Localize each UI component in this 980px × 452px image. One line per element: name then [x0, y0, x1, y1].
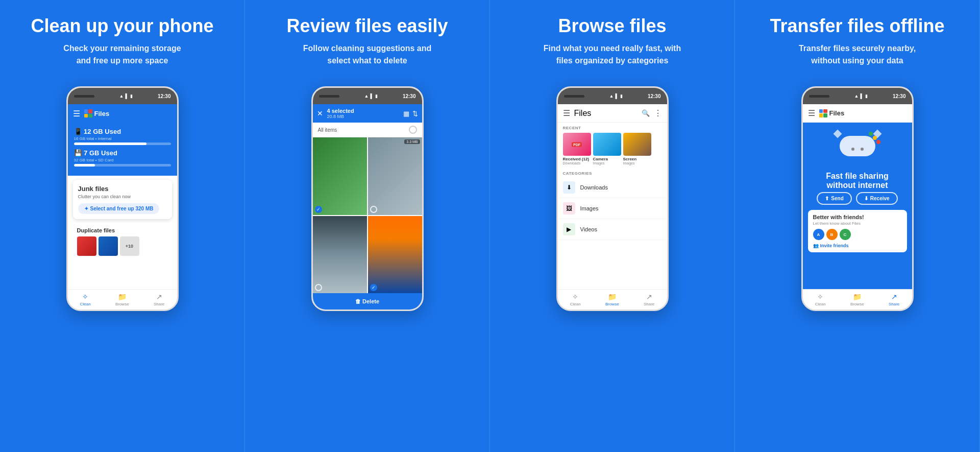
cat-videos[interactable]: ▶ Videos [558, 219, 667, 240]
signal-icon: ▌ [125, 93, 128, 99]
phone-3-status: ▲ ▌ ▮ [609, 93, 623, 99]
photo-cell-1[interactable]: ✓ [313, 137, 367, 215]
phone-4-status: ▲ ▌ ▮ [854, 93, 868, 99]
recent-item-3[interactable]: Screen Images [623, 133, 651, 165]
section-review: Review files easily Follow cleaning sugg… [245, 0, 490, 452]
selection-bar: ✕ 4 selected 20.8 MB ▦ ⇅ [313, 104, 422, 123]
logo-square-4 [819, 109, 827, 117]
phone-3-wrapper: ▲ ▌ ▮ 12:30 ☰ Files 🔍 [556, 86, 669, 311]
receive-icon: ⬇ [864, 196, 868, 201]
share-icon-3: ↗ [646, 293, 652, 301]
signal-icon-4: ▌ [860, 93, 863, 99]
phone-4: ▲ ▌ ▮ 12:30 ☰ Files [801, 86, 914, 311]
nav-browse-4[interactable]: 📁 Browse [850, 293, 864, 306]
dot-green [869, 132, 873, 136]
phone-1-wrapper: ▲ ▌ ▮ 12:30 ☰ Files [66, 86, 179, 311]
phone-2-status: ▲ ▌ ▮ [364, 93, 378, 99]
search-icon-3[interactable]: 🔍 [642, 109, 650, 117]
pdf-badge: PDF [572, 142, 582, 147]
cat-images[interactable]: 🖼 Images [558, 198, 667, 219]
send-button[interactable]: ⬆ Send [817, 192, 851, 205]
receive-button[interactable]: ⬇ Receive [856, 192, 898, 205]
nav-browse-label-4: Browse [850, 302, 864, 306]
delete-label: 🗑 Delete [355, 298, 379, 304]
check-1: ✓ [315, 206, 322, 213]
junk-card-sub: Clutter you can clean now [78, 194, 167, 199]
invite-label: Invite friends [820, 243, 849, 248]
duplicate-title: Duplicate files [77, 227, 168, 233]
storage-bar-fill-internal [74, 142, 147, 145]
sel-icons: ▦ ⇅ [403, 110, 418, 117]
recent-item-2[interactable]: Camera Images [593, 133, 621, 165]
nav-share-3[interactable]: ↗ Share [644, 293, 654, 306]
section-1-title: Clean up your phone [31, 15, 213, 36]
storage-bar-bg-sd [74, 164, 171, 166]
circle-check[interactable] [409, 126, 417, 134]
section-3-subtitle: Find what you need really fast, withfile… [544, 42, 681, 67]
dot-red [876, 140, 880, 144]
recent-thumb-3 [623, 133, 651, 156]
storage-sub-sd: 32 GB total • SD Card [74, 158, 171, 162]
recent-sublabel-2: Images [593, 161, 621, 165]
phone-3-content: RECENT PDF Received (12) Downloads Camer… [558, 123, 667, 310]
check-outline-2 [370, 206, 377, 213]
dup-thumb-1 [77, 236, 96, 256]
status-icons: ▲ ▌ ▮ [119, 93, 133, 99]
filter-icon[interactable]: ⇅ [412, 110, 418, 117]
junk-free-button[interactable]: ✦ Select and free up 320 MB [78, 203, 160, 214]
phone-3-top-bar: ▲ ▌ ▮ 12:30 [558, 88, 667, 104]
logo-tr-4 [823, 109, 827, 113]
delete-bar[interactable]: 🗑 Delete [313, 293, 422, 310]
junk-card-title: Junk files [78, 185, 167, 193]
section-1-subtitle: Check your remaining storageand free up … [63, 42, 181, 67]
phone-1-content: 📱 12 GB Used 16 GB total • Internal 💾 7 … [68, 123, 177, 310]
nav-browse[interactable]: 📁 Browse [115, 293, 129, 306]
photo-cell-4[interactable]: ✓ [368, 216, 422, 294]
menu-icon-4[interactable]: ☰ [808, 108, 815, 118]
nav-share[interactable]: ↗ Share [154, 293, 164, 306]
selection-count: 4 selected 20.8 MB [327, 108, 399, 119]
section-3-title: Browse files [558, 15, 666, 36]
transfer-btns: ⬆ Send ⬇ Receive [817, 192, 897, 205]
photo-cell-3[interactable] [313, 216, 367, 294]
battery-icon: ▮ [130, 93, 133, 99]
signal-icon-2: ▌ [370, 93, 373, 99]
transfer-content: Fast file sharingwithout internet ⬆ Send… [803, 123, 912, 289]
menu-icon[interactable]: ☰ [73, 109, 80, 118]
logo-tl [84, 109, 88, 113]
nav-browse-label-3: Browse [605, 302, 619, 306]
bottom-nav-3: ✧ Clean 📁 Browse ↗ Share [558, 289, 667, 310]
nav-browse-3[interactable]: 📁 Browse [605, 293, 619, 306]
battery-icon-4: ▮ [865, 93, 868, 99]
receive-label: Receive [870, 196, 890, 201]
browse-app-bar: ☰ Files 🔍 ⋮ [558, 104, 667, 123]
section-clean: Clean up your phone Check your remaining… [0, 0, 245, 452]
more-icon-3[interactable]: ⋮ [654, 108, 662, 118]
nav-clean-4[interactable]: ✧ Clean [815, 293, 826, 306]
avatar-3: C [840, 229, 851, 240]
invite-btn[interactable]: 👥 Invite friends [813, 243, 902, 248]
categories-label: CATEGORIES [558, 168, 667, 177]
junk-btn-label: Select and free up 320 MB [90, 206, 154, 211]
cat-downloads[interactable]: ⬇ Downloads [558, 177, 667, 198]
share-icon: ↗ [156, 293, 162, 301]
nav-clean[interactable]: ✧ Clean [80, 293, 91, 306]
time-display-4: 12:30 [893, 93, 906, 99]
recent-label: RECENT [563, 126, 662, 130]
phone-3-speaker [564, 95, 584, 98]
menu-icon-3[interactable]: ☰ [563, 108, 570, 118]
logo-br-4 [823, 113, 827, 117]
photo-cell-2[interactable]: 3.3 MB [368, 137, 422, 215]
nav-share-4[interactable]: ↗ Share [889, 293, 899, 306]
nav-clean-label: Clean [80, 302, 91, 306]
logo-br [88, 114, 92, 118]
recent-item-1[interactable]: PDF Received (12) Downloads [563, 133, 591, 165]
signal-icon-3: ▌ [615, 93, 618, 99]
cat-images-name: Images [580, 205, 599, 211]
grid-icon[interactable]: ▦ [403, 110, 409, 117]
recent-label-2: Camera [593, 157, 621, 161]
nav-clean-3[interactable]: ✧ Clean [570, 293, 581, 306]
images-icon: 🖼 [563, 202, 575, 215]
close-icon[interactable]: ✕ [317, 109, 323, 117]
videos-icon: ▶ [563, 223, 575, 235]
